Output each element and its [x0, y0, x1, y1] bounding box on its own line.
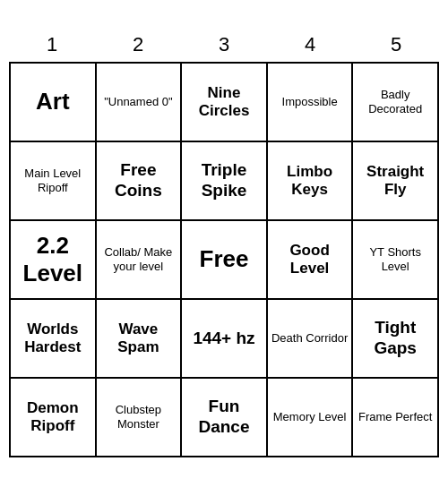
- cell-6: Main Level Ripoff: [11, 142, 97, 221]
- cell-text-25: Frame Perfect: [358, 410, 432, 424]
- cell-1: Art: [11, 64, 97, 142]
- cell-text-7: Free Coins: [100, 160, 177, 201]
- cell-22: Clubstep Monster: [97, 379, 183, 457]
- cell-text-13: Free: [200, 245, 249, 273]
- cell-17: Wave Spam: [97, 300, 183, 379]
- cell-15: YT Shorts Level: [353, 221, 439, 300]
- cell-text-12: Collab/ Make your level: [100, 245, 177, 273]
- cell-12: Collab/ Make your level: [97, 221, 183, 300]
- cell-text-15: YT Shorts Level: [357, 245, 434, 273]
- cell-11: 2.2 Level: [11, 221, 97, 300]
- cell-text-5: Badly Decorated: [357, 88, 434, 115]
- bingo-board: 12345 Art"Unnamed 0"Nine CirclesImpossib…: [9, 30, 439, 457]
- cell-text-8: Triple Spike: [185, 160, 263, 201]
- cell-19: Death Corridor: [268, 300, 354, 379]
- cell-23: Fun Dance: [182, 379, 268, 457]
- cell-text-20: Tight Gaps: [357, 318, 434, 359]
- cell-text-4: Impossible: [282, 95, 338, 109]
- cell-14: Good Level: [268, 221, 354, 300]
- cell-text-2: "Unnamed 0": [104, 95, 172, 109]
- header-col-2: 2: [95, 30, 181, 60]
- cell-text-1: Art: [36, 88, 70, 115]
- cell-9: Limbo Keys: [268, 142, 354, 221]
- cell-5: Badly Decorated: [353, 64, 439, 142]
- cell-10: Straight Fly: [353, 142, 439, 221]
- cell-20: Tight Gaps: [353, 300, 439, 379]
- cell-2: "Unnamed 0": [97, 64, 183, 142]
- header-col-1: 1: [9, 30, 95, 60]
- cell-8: Triple Spike: [182, 142, 268, 221]
- cell-3: Nine Circles: [182, 64, 268, 142]
- cell-21: Demon Ripoff: [11, 379, 97, 457]
- cell-text-9: Limbo Keys: [271, 163, 349, 200]
- cell-text-21: Demon Ripoff: [14, 399, 91, 436]
- cell-24: Memory Level: [268, 379, 354, 457]
- header-col-4: 4: [267, 30, 353, 60]
- cell-text-11: 2.2 Level: [14, 232, 91, 287]
- cell-7: Free Coins: [97, 142, 183, 221]
- cell-16: Worlds Hardest: [11, 300, 97, 379]
- cell-text-23: Fun Dance: [185, 397, 263, 438]
- cell-4: Impossible: [268, 64, 354, 142]
- cell-13: Free: [182, 221, 268, 300]
- cell-text-10: Straight Fly: [357, 163, 434, 200]
- cell-18: 144+ hz: [182, 300, 268, 379]
- cell-text-18: 144+ hz: [193, 329, 254, 349]
- bingo-grid: Art"Unnamed 0"Nine CirclesImpossibleBadl…: [9, 62, 439, 457]
- cell-text-24: Memory Level: [273, 410, 347, 424]
- cell-text-16: Worlds Hardest: [14, 320, 91, 357]
- header-col-5: 5: [353, 30, 439, 60]
- cell-text-17: Wave Spam: [100, 320, 177, 357]
- column-headers: 12345: [9, 30, 439, 60]
- cell-text-22: Clubstep Monster: [100, 403, 177, 431]
- cell-25: Frame Perfect: [353, 379, 439, 457]
- cell-text-6: Main Level Ripoff: [14, 167, 91, 194]
- cell-text-14: Good Level: [271, 242, 349, 278]
- cell-text-3: Nine Circles: [185, 84, 263, 121]
- header-col-3: 3: [181, 30, 267, 60]
- cell-text-19: Death Corridor: [271, 331, 348, 346]
